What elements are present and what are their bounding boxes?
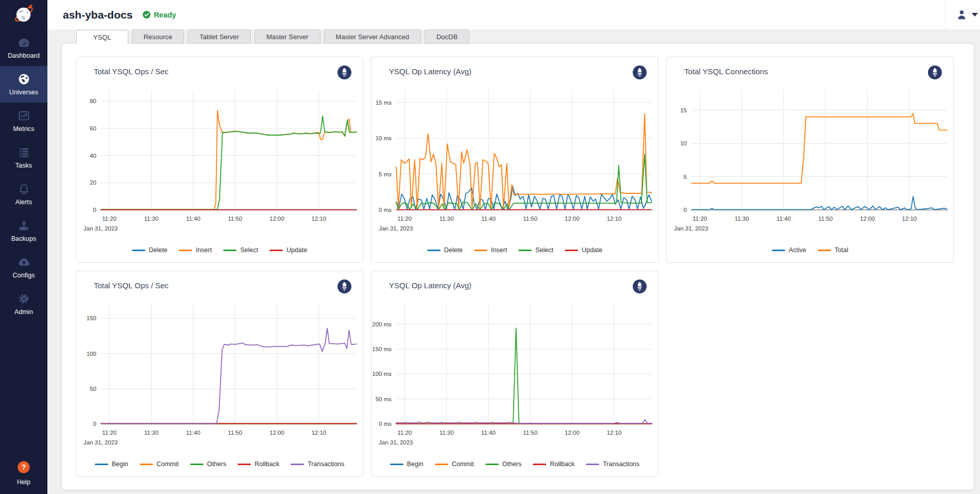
y-tick-label: 20: [90, 179, 96, 186]
legend-item-total[interactable]: Total: [818, 246, 848, 254]
sidebar-item-universes[interactable]: Universes: [0, 66, 47, 103]
x-tick-label: 11:20: [397, 430, 412, 436]
chart-legend: DeleteInsertSelectUpdate: [371, 238, 658, 262]
legend-label: Update: [582, 246, 602, 254]
legend-item-others[interactable]: Others: [190, 460, 227, 468]
universes-icon: [18, 73, 30, 86]
x-tick-label: 11:20: [397, 216, 412, 222]
legend-item-delete[interactable]: Delete: [427, 246, 463, 254]
legend-line-swatch: [772, 250, 785, 251]
prometheus-icon[interactable]: [633, 279, 647, 295]
legend-item-insert[interactable]: Insert: [474, 246, 507, 254]
y-tick-label: 100 ms: [372, 371, 392, 377]
y-tick-label: 0 ms: [379, 207, 392, 213]
tab-master-server[interactable]: Master Server: [255, 29, 320, 44]
legend-label: Transactions: [603, 460, 639, 468]
tab-resource[interactable]: Resource: [132, 29, 184, 44]
prometheus-icon[interactable]: [337, 279, 351, 295]
sidebar-item-admin[interactable]: Admin: [0, 286, 47, 322]
legend-label: Commit: [452, 460, 474, 468]
y-tick-label: 80: [90, 98, 96, 104]
chart-canvas: 05101511:2011:3011:4011:5012:0012:10Jan …: [667, 80, 953, 238]
chart-legend: ActiveTotal: [667, 238, 953, 262]
x-tick-label: 11:40: [776, 216, 791, 222]
legend-item-select[interactable]: Select: [223, 246, 258, 254]
y-tick-label: 50 ms: [376, 396, 392, 402]
sidebar-item-label: Backups: [11, 235, 37, 242]
sidebar-item-dashboard[interactable]: Dashboard: [0, 29, 47, 66]
legend-label: Select: [240, 246, 258, 254]
app-root: DashboardUniversesMetricsTasksAlertsBack…: [0, 0, 980, 494]
legend-item-active[interactable]: Active: [772, 246, 806, 254]
legend-line-swatch: [190, 464, 204, 465]
chart-legend: BeginCommitOthersRollbackTransactions: [76, 452, 363, 476]
y-tick-label: 0 ms: [379, 421, 392, 427]
x-tick-label: 12:00: [269, 430, 284, 436]
backups-icon: [18, 219, 30, 232]
y-tick-label: 0: [93, 421, 96, 427]
x-axis-date-label: Jan 31, 2023: [83, 439, 118, 446]
tab-docdb[interactable]: DocDB: [425, 29, 469, 44]
legend-line-swatch: [179, 250, 192, 251]
legend-item-transactions[interactable]: Transactions: [586, 460, 639, 468]
legend-line-swatch: [586, 464, 599, 465]
chart-panel-1: YSQL Op Latency (Avg)0 ms5 ms10 ms15 ms1…: [371, 57, 658, 263]
tab-ysql[interactable]: YSQL: [76, 30, 128, 44]
chart-canvas: 05010015011:2011:3011:4011:5012:0012:10J…: [76, 294, 363, 452]
x-tick-label: 11:40: [481, 216, 496, 222]
series-line-insert: [101, 111, 357, 210]
sidebar-item-help[interactable]: ? Help: [0, 457, 47, 489]
sidebar-item-label: Dashboard: [8, 52, 40, 59]
prometheus-icon[interactable]: [337, 65, 351, 81]
series-line-active: [691, 196, 947, 209]
chart-legend: BeginCommitOthersRollbackTransactions: [371, 452, 658, 476]
y-tick-label: 5 ms: [379, 171, 392, 177]
legend-item-begin[interactable]: Begin: [390, 460, 424, 468]
status-label: Ready: [154, 11, 176, 19]
legend-item-others[interactable]: Others: [485, 460, 522, 468]
legend-line-swatch: [435, 464, 448, 465]
chart-panel-2: Total YSQL Connections05101511:2011:3011…: [666, 57, 954, 263]
legend-label: Total: [835, 246, 848, 254]
sidebar-item-tasks[interactable]: Tasks: [0, 139, 47, 176]
sidebar-item-configs[interactable]: Configs: [0, 249, 47, 286]
legend-item-select[interactable]: Select: [518, 246, 553, 254]
chart-header: Total YSQL Connections: [667, 57, 953, 80]
sidebar-item-backups[interactable]: Backups: [0, 212, 47, 249]
x-tick-label: 11:20: [692, 216, 707, 222]
prometheus-icon[interactable]: [633, 65, 647, 81]
x-tick-label: 11:40: [186, 216, 200, 222]
chart-title: Total YSQL Ops / Sec: [94, 279, 168, 290]
legend-label: Select: [535, 246, 553, 254]
legend-item-commit[interactable]: Commit: [140, 460, 179, 468]
sidebar-item-label: Configs: [12, 272, 35, 279]
sidebar-item-alerts[interactable]: Alerts: [0, 176, 47, 212]
chevron-down-icon: [972, 13, 978, 17]
legend-item-delete[interactable]: Delete: [132, 246, 167, 254]
sidebar: DashboardUniversesMetricsTasksAlertsBack…: [0, 0, 47, 494]
legend-item-transactions[interactable]: Transactions: [291, 460, 344, 468]
x-tick-label: 12:00: [565, 430, 580, 436]
legend-label: Insert: [196, 246, 212, 254]
metrics-card: Total YSQL Ops / Sec02040608011:2011:301…: [62, 44, 974, 490]
legend-item-update[interactable]: Update: [565, 246, 602, 254]
yugabyte-logo[interactable]: [0, 0, 47, 29]
legend-item-begin[interactable]: Begin: [95, 460, 128, 468]
y-tick-label: 10: [680, 140, 687, 146]
legend-line-swatch: [132, 250, 145, 251]
series-line-total: [691, 113, 947, 183]
legend-item-insert[interactable]: Insert: [179, 246, 212, 254]
legend-label: Delete: [444, 246, 463, 254]
sidebar-item-metrics[interactable]: Metrics: [0, 103, 47, 139]
prometheus-icon[interactable]: [928, 65, 942, 81]
tab-master-server-advanced[interactable]: Master Server Advanced: [324, 29, 421, 44]
tab-tablet-server[interactable]: Tablet Server: [188, 29, 251, 44]
legend-item-rollback[interactable]: Rollback: [238, 460, 279, 468]
right-pane: ash-yba-docs Ready YSQLResourceTablet Se…: [47, 0, 980, 494]
legend-item-commit[interactable]: Commit: [435, 460, 474, 468]
legend-item-rollback[interactable]: Rollback: [533, 460, 575, 468]
user-menu[interactable]: [945, 0, 980, 29]
x-axis-date-label: Jan 31, 2023: [379, 439, 413, 446]
x-tick-label: 11:30: [735, 216, 749, 222]
legend-item-update[interactable]: Update: [269, 246, 307, 254]
